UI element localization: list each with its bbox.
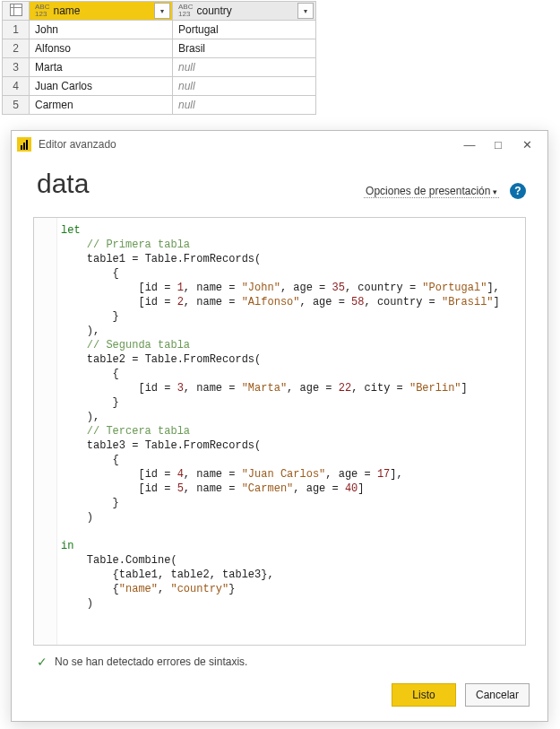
row-number: 3	[3, 58, 30, 77]
row-number: 5	[3, 96, 30, 115]
table-row[interactable]: 3 Marta null	[3, 58, 316, 77]
close-button[interactable]: ✕	[521, 138, 533, 152]
datatype-icon: ABC123	[30, 4, 51, 18]
minimize-button[interactable]: —	[463, 138, 476, 152]
display-options-dropdown[interactable]: Opciones de presentación	[364, 185, 499, 198]
cell-name[interactable]: Juan Carlos	[30, 77, 173, 96]
query-name: data	[37, 169, 89, 199]
column-header-name[interactable]: ABC123 name ▾	[30, 2, 173, 21]
table-corner[interactable]	[3, 2, 30, 21]
advanced-editor-window: Editor avanzado — □ ✕ data Opciones de p…	[11, 130, 548, 722]
row-number: 1	[3, 21, 30, 39]
ok-button[interactable]: Listo	[392, 683, 456, 707]
cell-country[interactable]: Portugal	[173, 21, 316, 39]
check-icon: ✓	[37, 655, 47, 669]
cell-country[interactable]: Brasil	[173, 39, 316, 58]
cell-name[interactable]: Carmen	[30, 96, 173, 115]
table-row[interactable]: 1 John Portugal	[3, 21, 316, 39]
cell-name[interactable]: Marta	[30, 58, 173, 77]
code-text[interactable]: let // Primera tabla table1 = Table.From…	[57, 218, 507, 645]
maximize-button[interactable]: □	[492, 138, 504, 152]
column-name-label: name	[51, 4, 154, 17]
code-editor[interactable]: let // Primera tabla table1 = Table.From…	[33, 217, 526, 646]
cancel-button[interactable]: Cancelar	[465, 683, 530, 707]
titlebar[interactable]: Editor avanzado — □ ✕	[12, 131, 547, 158]
table-row[interactable]: 5 Carmen null	[3, 96, 316, 115]
status-text: No se han detectado errores de sintaxis.	[55, 655, 247, 668]
table-row[interactable]: 4 Juan Carlos null	[3, 77, 316, 96]
row-number: 4	[3, 77, 30, 96]
window-title: Editor avanzado	[39, 138, 463, 151]
app-icon	[17, 137, 31, 152]
column-name-label: country	[194, 4, 297, 17]
cell-country[interactable]: null	[173, 77, 316, 96]
syntax-status: ✓ No se han detectado errores de sintaxi…	[12, 646, 547, 669]
cell-name[interactable]: Alfonso	[30, 39, 173, 58]
result-table: ABC123 name ▾ ABC123 country ▾ 1 John Po…	[2, 1, 316, 115]
help-icon[interactable]: ?	[510, 183, 526, 199]
cell-country[interactable]: null	[173, 96, 316, 115]
datatype-icon: ABC123	[173, 4, 194, 18]
code-gutter	[34, 218, 57, 645]
table-row[interactable]: 2 Alfonso Brasil	[3, 39, 316, 58]
table-icon	[10, 4, 22, 16]
cell-name[interactable]: John	[30, 21, 173, 39]
cell-country[interactable]: null	[173, 58, 316, 77]
row-number: 2	[3, 39, 30, 58]
column-filter-button[interactable]: ▾	[297, 3, 314, 19]
column-filter-button[interactable]: ▾	[154, 3, 170, 19]
column-header-country[interactable]: ABC123 country ▾	[173, 2, 316, 21]
